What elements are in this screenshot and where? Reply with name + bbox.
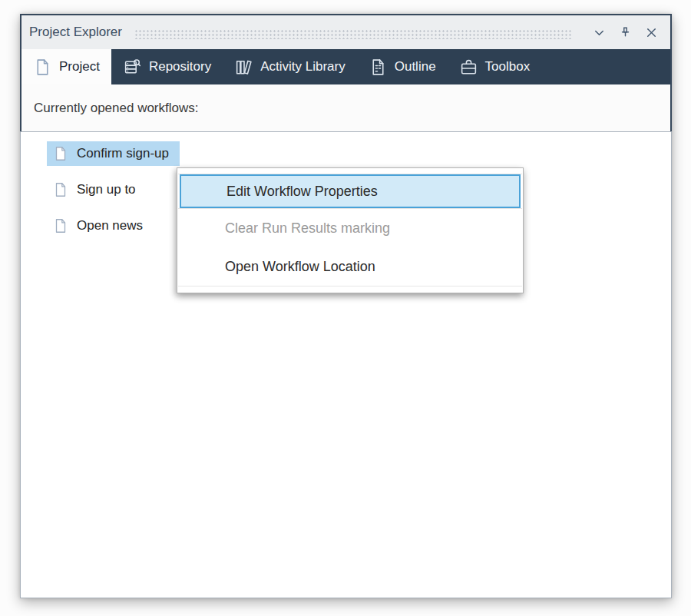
close-icon[interactable] [641, 22, 661, 42]
toolbox-icon [459, 58, 478, 77]
tab-label: Outline [395, 59, 436, 75]
workflow-item-sign-up-to[interactable]: Sign up to [47, 177, 147, 202]
outline-icon [369, 58, 388, 77]
document-icon [52, 145, 69, 162]
tab-label: Toolbox [485, 59, 531, 75]
tab-outline[interactable]: Outline [357, 49, 448, 84]
workflow-label: Confirm sign-up [77, 146, 169, 161]
workflow-item-open-news[interactable]: Open news [47, 214, 154, 238]
panel-tabbar: Project [21, 49, 670, 84]
pin-icon[interactable] [615, 22, 635, 42]
titlebar-grabber-texture[interactable] [134, 29, 572, 39]
menu-item-clear-run-results-marking: Clear Run Results marking [177, 209, 523, 247]
library-icon [234, 58, 253, 77]
document-icon [52, 181, 69, 198]
tab-repository[interactable]: Repository [111, 49, 223, 84]
tab-label: Activity Library [260, 59, 346, 75]
document-icon [52, 217, 69, 234]
chevron-down-icon[interactable] [589, 22, 609, 42]
panel-header: Project Explorer Project [20, 14, 672, 131]
repository-icon [123, 58, 142, 77]
panel-title: Project Explorer [29, 25, 122, 40]
workflow-label: Open news [77, 218, 143, 233]
menu-item-edit-workflow-properties[interactable]: Edit Workflow Properties [180, 174, 521, 208]
screenshot-stage: Project Explorer Project [0, 0, 691, 616]
workflows-heading: Currently opened workflows: [34, 101, 198, 116]
menu-item-open-workflow-location[interactable]: Open Workflow Location [177, 247, 523, 286]
project-explorer-panel: Project Explorer Project [20, 14, 672, 598]
document-icon [33, 58, 52, 77]
menu-separator [178, 286, 522, 286]
panel-titlebar[interactable]: Project Explorer [21, 15, 670, 49]
tab-label: Project [59, 59, 100, 75]
tab-project[interactable]: Project [21, 49, 111, 84]
tab-label: Repository [149, 59, 211, 75]
workflow-label: Sign up to [77, 182, 136, 197]
workflows-heading-row: Currently opened workflows: [21, 84, 670, 131]
tab-toolbox[interactable]: Toolbox [448, 49, 542, 84]
tab-activity-library[interactable]: Activity Library [223, 49, 357, 84]
workflow-item-confirm-sign-up[interactable]: Confirm sign-up [47, 141, 180, 166]
context-menu: Edit Workflow Properties Clear Run Resul… [177, 167, 524, 293]
